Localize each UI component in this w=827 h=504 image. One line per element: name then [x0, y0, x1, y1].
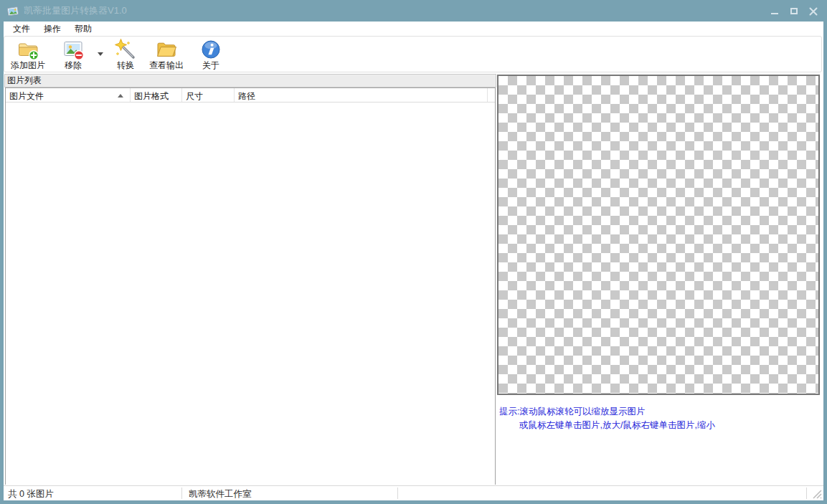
statusbar-separator [397, 488, 398, 499]
minimize-button[interactable] [770, 6, 780, 16]
remove-image-icon [62, 38, 85, 61]
minimize-icon [771, 13, 778, 14]
menu-operation[interactable]: 操作 [39, 22, 66, 37]
hint-line-1: 提示:滚动鼠标滚轮可以缩放显示图片 [499, 405, 823, 419]
image-list-table: 图片文件 图片格式 尺寸 路径 [5, 87, 496, 485]
resize-grip[interactable] [812, 489, 822, 499]
hint-line-2: 或鼠标左键单击图片,放大/鼠标右键单击图片,缩小 [499, 419, 823, 432]
view-output-label: 查看输出 [149, 61, 184, 70]
maximize-icon [790, 8, 798, 14]
column-header-image-format[interactable]: 图片格式 [131, 88, 182, 102]
sort-ascending-icon [118, 94, 123, 98]
image-preview-area[interactable] [497, 75, 820, 395]
statusbar-separator [181, 488, 182, 499]
convert-label: 转换 [117, 61, 134, 70]
menu-bar: 文件 操作 帮助 [4, 22, 823, 36]
client-area: 文件 操作 帮助 添加图片 [4, 22, 823, 500]
info-icon [199, 38, 222, 61]
app-icon [7, 5, 19, 17]
column-header-path[interactable]: 路径 [235, 88, 488, 102]
app-window: 凯蒂批量图片转换器V1.0 文件 操作 帮助 [0, 0, 827, 504]
image-count-status: 共 0 张图片 [8, 488, 54, 500]
menu-file[interactable]: 文件 [8, 22, 35, 37]
statusbar-separator [806, 488, 807, 499]
image-list-body[interactable] [6, 103, 495, 485]
open-folder-icon [155, 38, 178, 61]
close-button[interactable] [809, 6, 818, 16]
add-images-button[interactable]: 添加图片 [7, 38, 49, 71]
column-header-size[interactable]: 尺寸 [182, 88, 235, 102]
image-list-header: 图片文件 图片格式 尺寸 路径 [6, 88, 495, 103]
maximize-button[interactable] [790, 6, 799, 16]
column-header-image-file[interactable]: 图片文件 [6, 88, 131, 102]
magic-wand-icon [114, 38, 137, 61]
close-icon [809, 7, 818, 16]
status-bar: 共 0 张图片 凯蒂软件工作室 [4, 485, 823, 500]
view-output-button[interactable]: 查看输出 [146, 38, 187, 71]
add-image-folder-icon [16, 38, 39, 61]
about-label: 关于 [202, 61, 219, 70]
chevron-down-icon [98, 52, 103, 56]
add-images-label: 添加图片 [11, 61, 45, 70]
image-list-caption: 图片列表 [4, 74, 496, 87]
preview-hints: 提示:滚动鼠标滚轮可以缩放显示图片 或鼠标左键单击图片,放大/鼠标右键单击图片,… [499, 405, 823, 432]
remove-label: 移除 [65, 61, 82, 70]
toolbar: 添加图片 移除 [4, 36, 822, 72]
title-bar[interactable]: 凯蒂批量图片转换器V1.0 [0, 0, 827, 22]
remove-options-dropdown[interactable] [95, 49, 106, 59]
column-header-filler [488, 88, 495, 102]
studio-status: 凯蒂软件工作室 [189, 488, 252, 500]
resize-grip-icon [812, 489, 822, 499]
window-title: 凯蒂批量图片转换器V1.0 [24, 0, 127, 22]
remove-button[interactable]: 移除 [57, 38, 90, 71]
about-button[interactable]: 关于 [196, 38, 226, 71]
convert-button[interactable]: 转换 [110, 38, 141, 71]
menu-help[interactable]: 帮助 [70, 22, 97, 37]
